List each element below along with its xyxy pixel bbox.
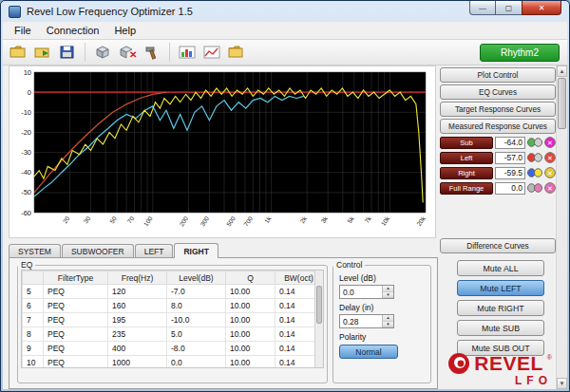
sub-visibility-toggle-icon[interactable] (527, 138, 542, 147)
eq-row-5[interactable]: 5PEQ120-7.010.000.14 (23, 285, 323, 299)
scroll-up-icon[interactable]: ▲ (557, 65, 567, 77)
tab-right[interactable]: RIGHT (174, 243, 218, 258)
measured-response-curves-button[interactable]: Measured Response Curves (440, 119, 556, 134)
sub-level-field[interactable]: -64.0 (495, 137, 525, 149)
vertical-scrollbar[interactable]: ▲ ▼ (556, 65, 567, 389)
target-response-curves-button[interactable]: Target Response Curves (440, 102, 556, 117)
eq-scrollbar-thumb[interactable] (316, 286, 322, 324)
cell[interactable]: 160 (108, 299, 167, 313)
cell[interactable]: 10.00 (226, 299, 276, 313)
curve-row-full-range: Full Range 0.0 ✕ (440, 181, 556, 195)
cell[interactable]: -8.0 (167, 342, 226, 356)
line-chart-icon[interactable] (200, 42, 223, 63)
cell[interactable]: PEQ (44, 342, 108, 356)
sub-curve-button[interactable]: Sub (440, 137, 493, 149)
eq-row-10[interactable]: 10PEQ10000.010.000.14 (23, 356, 323, 369)
cell[interactable]: -7.0 (167, 285, 226, 299)
cell[interactable]: 5.0 (167, 327, 226, 342)
scrollbar-thumb[interactable] (558, 78, 566, 129)
cell[interactable]: 10.00 (226, 313, 276, 327)
cell[interactable]: 10.00 (226, 356, 276, 369)
mute-sub-button[interactable]: Mute SUB (457, 320, 544, 336)
hammer-icon[interactable] (141, 42, 163, 63)
channel-tabs: SYSTEM SUBWOOFER LEFT RIGHT (9, 243, 219, 258)
eq-curves-button[interactable]: EQ Curves (440, 84, 556, 100)
full-range-visibility-toggle-icon[interactable] (527, 183, 542, 193)
svg-text:1k: 1k (263, 215, 273, 224)
maximize-button[interactable]: ▢ (496, 1, 522, 15)
titlebar[interactable]: Revel Low Frequency Optimizer 1.5 — ▢ ✕ (1, 1, 569, 22)
cell[interactable]: 10.00 (226, 342, 276, 356)
mute-all-button[interactable]: Mute ALL (457, 260, 544, 276)
right-level-field[interactable]: -59.5 (495, 167, 525, 179)
right-visibility-toggle-icon[interactable] (527, 168, 542, 177)
menu-file[interactable]: File (7, 24, 39, 37)
bar-chart-icon[interactable] (176, 42, 199, 63)
minimize-button[interactable]: — (469, 1, 496, 15)
cell[interactable]: 195 (108, 313, 167, 327)
cell[interactable]: 10.00 (226, 285, 276, 299)
level-input[interactable]: 0.0 (340, 286, 382, 298)
delay-input[interactable]: 0.28 (340, 315, 382, 327)
tab-system[interactable]: SYSTEM (9, 244, 61, 258)
eq-row-7[interactable]: 7PEQ195-10.010.000.14 (23, 313, 323, 327)
plot-control-button[interactable]: Plot Control (440, 67, 556, 83)
svg-text:700: 700 (242, 215, 254, 227)
svg-text:7k: 7k (363, 215, 372, 224)
eq-row-9[interactable]: 9PEQ400-8.010.000.14 (23, 342, 323, 356)
lfo-text: LFO (447, 374, 552, 387)
left-clear-icon[interactable]: ✕ (544, 152, 556, 163)
cell[interactable]: PEQ (44, 285, 108, 299)
full-range-curve-button[interactable]: Full Range (440, 182, 493, 195)
open-folder-icon[interactable] (7, 42, 29, 63)
left-level-field[interactable]: -57.0 (495, 152, 525, 164)
cell[interactable]: PEQ (44, 299, 108, 313)
difference-curves-button[interactable]: Difference Curves (440, 238, 556, 253)
cell[interactable]: 10.00 (226, 327, 276, 342)
cell[interactable]: PEQ (44, 313, 108, 327)
tab-left[interactable]: LEFT (135, 244, 174, 258)
full-range-level-field[interactable]: 0.0 (495, 182, 525, 195)
left-visibility-toggle-icon[interactable] (527, 153, 542, 162)
left-curve-button[interactable]: Left (440, 152, 493, 164)
folder-arrow-icon[interactable] (31, 42, 54, 63)
eq-col-level: Level(dB) (167, 271, 226, 285)
full-range-clear-icon[interactable]: ✕ (544, 182, 556, 194)
cell[interactable]: 120 (108, 285, 167, 299)
folder-icon[interactable] (225, 42, 248, 63)
level-spin-down-icon[interactable]: ▼ (383, 292, 393, 299)
cell[interactable]: PEQ (44, 356, 108, 369)
mute-left-button[interactable]: Mute LEFT (457, 280, 544, 296)
cube-icon[interactable] (91, 42, 114, 63)
preset-button[interactable]: Rhythm2 (480, 44, 560, 62)
cell[interactable]: 0.0 (167, 356, 226, 369)
level-spinner: 0.0 ▲ ▼ (339, 285, 394, 299)
menubar: File Connection Help (3, 22, 567, 40)
cube-delete-icon[interactable]: ✕ (116, 42, 139, 63)
right-clear-icon[interactable]: ✕ (544, 167, 556, 178)
cell[interactable]: 8.0 (167, 299, 226, 313)
svg-text:10: 10 (24, 68, 31, 77)
right-curve-button[interactable]: Right (440, 167, 493, 179)
eq-row-6[interactable]: 6PEQ1608.010.000.14 (23, 299, 323, 313)
eq-row-8[interactable]: 8PEQ2355.010.000.14 (23, 327, 323, 342)
menu-connection[interactable]: Connection (39, 24, 107, 37)
polarity-button[interactable]: Normal (339, 345, 398, 359)
eq-table-scrollbar[interactable] (314, 271, 323, 367)
menu-help[interactable]: Help (106, 24, 143, 37)
close-button[interactable]: ✕ (522, 1, 561, 15)
cell[interactable]: PEQ (44, 327, 108, 342)
tab-subwoofer[interactable]: SUBWOOFER (62, 244, 134, 258)
cell: 7 (23, 313, 44, 327)
svg-text:-30: -30 (21, 148, 31, 157)
cell[interactable]: 1000 (108, 356, 167, 369)
sub-clear-icon[interactable]: ✕ (544, 137, 556, 148)
client-area: 100-10-20-30-40-50-602030507010020030050… (3, 65, 567, 389)
cell[interactable]: 400 (108, 342, 167, 356)
scroll-down-icon[interactable]: ▼ (557, 378, 567, 389)
delay-spin-down-icon[interactable]: ▼ (383, 322, 393, 328)
cell[interactable]: -10.0 (167, 313, 226, 327)
mute-right-button[interactable]: Mute RIGHT (457, 300, 544, 316)
cell[interactable]: 235 (108, 327, 167, 342)
floppy-save-icon[interactable] (56, 42, 79, 63)
